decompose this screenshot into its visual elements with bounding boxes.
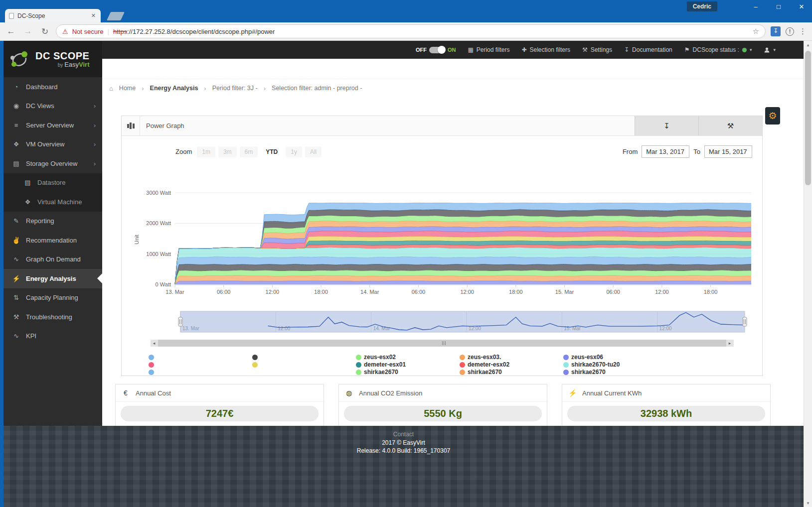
globe-icon: ◍ <box>345 389 353 397</box>
forward-icon[interactable]: → <box>22 26 34 36</box>
legend-item[interactable] <box>149 369 252 376</box>
zoom-button-1y[interactable]: 1y <box>286 146 302 157</box>
legend-item-demeter-esx01[interactable]: demeter-esx01 <box>356 361 460 368</box>
legend-item-zeus-esx03-[interactable]: zeus-esx03. <box>460 354 563 361</box>
sidebar-item-dc-views[interactable]: ◉DC Views› <box>3 97 102 116</box>
export-button[interactable]: ↧ <box>635 116 698 135</box>
power-stacked-area-chart[interactable]: 0 Watt1000 Watt2000 Watt3000 WattUnit13.… <box>122 160 762 307</box>
legend-item[interactable] <box>149 361 252 368</box>
sidebar-item-recommendation[interactable]: ✌Recommendation <box>3 231 102 250</box>
sidebar-item-troubleshooting[interactable]: ⚒Troubleshooting <box>3 307 102 327</box>
navigator-tick: 12:00 <box>278 326 290 331</box>
zoom-button-6m[interactable]: 6m <box>240 146 258 157</box>
sidebar-item-energy-analysis[interactable]: ⚡Energy Analysis <box>3 269 102 288</box>
url-bar[interactable]: ⚠ Not secure | https://172.27.252.8/dcsc… <box>56 24 766 38</box>
zoom-button-3m[interactable]: 3m <box>218 146 237 157</box>
navigator-left-handle[interactable] <box>178 317 182 326</box>
info-icon[interactable]: ! <box>786 27 794 36</box>
legend-item[interactable] <box>252 361 356 368</box>
topnav-item-period-filters[interactable]: ▦Period filters <box>468 46 509 53</box>
dcscope-logo[interactable]: DC SCOPE by EasyVirt <box>3 41 102 77</box>
contact-link[interactable]: Contact <box>3 430 804 439</box>
to-date-input[interactable] <box>704 145 752 158</box>
graph-settings-button[interactable]: ⚒ <box>698 116 762 135</box>
security-warning-icon[interactable]: ⚠ <box>62 28 68 35</box>
sidebar-item-capacity-planning[interactable]: ⇅Capacity Planning <box>3 288 102 308</box>
sidebar-item-virtual-machine[interactable]: ❖Virtual Machine <box>3 192 102 212</box>
breadcrumb-item[interactable]: Energy Analysis <box>150 85 198 92</box>
sidebar-item-label: Dashboard <box>26 83 58 91</box>
legend-item-shirkae2670[interactable]: shirkae2670 <box>563 369 667 376</box>
page-scrollbar[interactable]: ▴ ▾ <box>804 41 812 507</box>
download-extension-icon[interactable]: ↧ <box>771 26 781 36</box>
new-tab-button[interactable] <box>107 12 125 20</box>
breadcrumb-item[interactable]: Selection filter: admin - preprod - <box>272 85 362 92</box>
sidebar-item-dashboard[interactable]: ◔Dashboard <box>3 77 102 97</box>
legend-label: shirkae2670 <box>571 369 606 376</box>
scroll-down-icon[interactable]: ▾ <box>804 499 812 507</box>
legend-item-hidden <box>252 369 356 376</box>
browser-tab[interactable]: DC-Scope ✕ <box>5 9 101 22</box>
legend-item[interactable] <box>149 354 252 361</box>
legend-item-shirkae2670-tu20[interactable]: shirkae2670-tu20 <box>563 361 667 368</box>
toggle-switch[interactable] <box>429 47 445 53</box>
sidebar-item-server-overview[interactable]: ≡Server Overview› <box>3 116 102 135</box>
legend-item-zeus-esx06[interactable]: zeus-esx06 <box>563 354 667 361</box>
breadcrumb-item[interactable]: Home <box>119 85 136 92</box>
line-chart-icon: ∿ <box>12 332 20 340</box>
x-axis-tick: 18:00 <box>314 289 328 295</box>
navigator-right-handle[interactable] <box>743 317 747 326</box>
scrollbar-grip[interactable] <box>442 341 446 345</box>
sidebar-item-datastore[interactable]: ▤Datastore <box>3 173 102 193</box>
sidebar-item-storage-overview[interactable]: ▤Storage Overview› <box>3 154 102 173</box>
window-minimize-button[interactable]: – <box>752 3 759 10</box>
chart-icon <box>122 116 140 135</box>
sidebar-item-reporting[interactable]: ✎Reporting <box>3 212 102 231</box>
legend-item-shirkae2670[interactable]: shirkae2670 <box>460 369 563 376</box>
refresh-icon[interactable]: ↻ <box>39 26 51 37</box>
breadcrumb-item[interactable]: Period filter: 3J - <box>212 85 258 92</box>
zoom-button-ytd[interactable]: YTD <box>261 146 283 157</box>
to-label: To <box>693 148 700 155</box>
topnav-item-settings[interactable]: ⚒Settings <box>582 46 612 53</box>
from-date-input[interactable] <box>642 145 689 158</box>
topnav-item-dcscope-status[interactable]: ⚑DCScope status :▾ <box>684 46 752 53</box>
topnav-item-selection-filters[interactable]: ✚Selection filters <box>521 46 570 53</box>
scroll-right-icon[interactable]: ▸ <box>726 340 734 347</box>
legend-item[interactable] <box>252 354 356 361</box>
page-scrollbar-thumb[interactable] <box>805 51 811 185</box>
browser-menu-icon[interactable]: ⋮ <box>799 27 807 36</box>
sidebar-item-vm-overview[interactable]: ❖VM Overview› <box>3 135 102 154</box>
chart-toolbar: Zoom 1m3m6mYTD1yAll From To <box>122 136 762 160</box>
window-close-button[interactable]: ✕ <box>798 3 805 10</box>
legend-item-zeus-esx02[interactable]: zeus-esx02 <box>356 354 460 361</box>
sidebar-item-graph-on-demand[interactable]: ∿Graph On Demand <box>3 250 102 269</box>
off-on-toggle[interactable]: OFF ON <box>416 47 456 53</box>
user-menu[interactable]: ▾ <box>764 47 776 53</box>
back-icon[interactable]: ← <box>5 26 17 36</box>
x-axis-tick: 18:00 <box>704 289 718 295</box>
vm-cubes-icon: ❖ <box>12 140 20 148</box>
window-maximize-button[interactable]: □ <box>775 3 782 10</box>
scroll-up-icon[interactable]: ▴ <box>804 41 812 49</box>
chart-navigator[interactable]: 13. Mar12:0014. Mar12:0015. Mar12:00 <box>122 309 762 338</box>
not-secure-label[interactable]: Not secure <box>72 28 104 35</box>
scroll-left-icon[interactable]: ◂ <box>151 340 158 347</box>
zoom-button-all[interactable]: All <box>305 146 322 157</box>
y-axis-tick: 2000 Watt <box>146 220 171 226</box>
chart-scrollbar[interactable]: ◂ ▸ <box>151 340 734 347</box>
legend-item-shirkae2670[interactable]: shirkae2670 <box>356 369 460 376</box>
legend-item-demeter-esx02[interactable]: demeter-esx02 <box>460 361 563 368</box>
bookmark-star-icon[interactable]: ☆ <box>753 27 759 36</box>
x-axis-tick: 06:00 <box>412 289 426 295</box>
card-value: 7247€ <box>121 406 319 421</box>
chart-scrollbar-track[interactable] <box>158 340 726 347</box>
tab-close-icon[interactable]: ✕ <box>90 12 97 19</box>
floating-settings-button[interactable]: ⚙ <box>765 107 780 125</box>
sidebar-item-kpi[interactable]: ∿KPI <box>3 327 102 346</box>
euro-icon: € <box>122 389 130 397</box>
topnav-item-documentation[interactable]: ↧Documentation <box>624 46 672 53</box>
zoom-button-1m[interactable]: 1m <box>197 146 215 157</box>
browser-profile-badge[interactable]: Cedric <box>687 1 717 11</box>
url-text[interactable]: https://172.27.252.8/dcscope/client/dcsc… <box>113 28 275 35</box>
